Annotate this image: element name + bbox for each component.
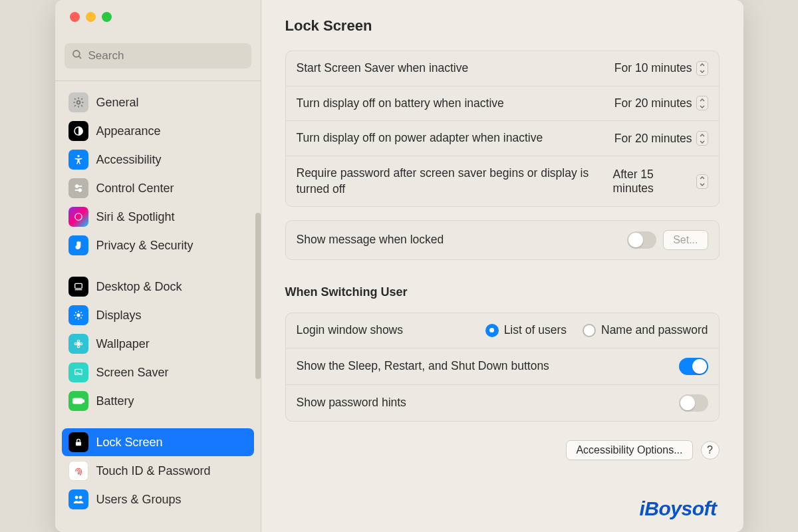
- screen-saver-timeout-popup[interactable]: For 10 minutes: [614, 61, 708, 76]
- lock-message-toggle[interactable]: [627, 231, 656, 249]
- setting-label: Turn display off on battery when inactiv…: [297, 96, 504, 112]
- minimize-window-button[interactable]: [86, 12, 96, 22]
- sidebar-item-touch-id-password[interactable]: Touch ID & Password: [62, 457, 254, 485]
- lock-message-card: Show message when locked Set...: [285, 220, 720, 260]
- setting-label: Show password hints: [297, 395, 406, 411]
- page-title: Lock Screen: [285, 17, 720, 35]
- accessibility-options-button[interactable]: Accessibility Options...: [566, 440, 692, 460]
- setting-row-sleep-buttons: Show the Sleep, Restart, and Shut Down b…: [286, 348, 719, 385]
- sidebar-item-screen-saver[interactable]: Screen Saver: [62, 358, 254, 386]
- radio-label: Name and password: [601, 323, 708, 337]
- sidebar-scrollbar[interactable]: [255, 213, 261, 379]
- gear-icon: [68, 92, 88, 112]
- help-icon: ?: [707, 444, 713, 456]
- svg-point-12: [76, 313, 80, 317]
- display-battery-timeout-popup[interactable]: For 20 minutes: [614, 96, 708, 110]
- chevron-up-down-icon: [696, 61, 708, 76]
- users-icon: [68, 489, 88, 509]
- sidebar-item-label: Appearance: [96, 124, 161, 138]
- svg-line-17: [75, 312, 76, 313]
- maximize-window-button[interactable]: [102, 12, 112, 22]
- popup-value: For 10 minutes: [614, 61, 692, 75]
- svg-point-8: [78, 189, 81, 192]
- svg-rect-27: [72, 398, 82, 404]
- sidebar-item-battery[interactable]: Battery: [62, 387, 254, 415]
- svg-point-23: [77, 345, 79, 347]
- sidebar-item-label: Displays: [96, 309, 142, 323]
- sidebar-item-label: Control Center: [96, 182, 174, 196]
- svg-line-20: [80, 312, 81, 313]
- popup-value: After 15 minutes: [613, 168, 693, 196]
- sidebar-item-label: Battery: [96, 394, 134, 408]
- svg-rect-10: [74, 283, 82, 288]
- settings-window: General Appearance Accessibility Control…: [55, 0, 743, 532]
- svg-point-0: [73, 51, 80, 57]
- radio-icon: [485, 324, 499, 337]
- sidebar-item-label: Users & Groups: [96, 493, 182, 507]
- svg-line-1: [78, 56, 81, 59]
- battery-icon: [68, 391, 88, 411]
- radio-icon: [583, 324, 596, 337]
- display-adapter-timeout-popup[interactable]: For 20 minutes: [614, 131, 708, 146]
- accessibility-icon: [68, 150, 88, 170]
- sidebar-item-general[interactable]: General: [62, 88, 254, 116]
- sidebar-item-label: Desktop & Dock: [96, 280, 182, 294]
- help-button[interactable]: ?: [701, 441, 720, 460]
- sleep-buttons-toggle[interactable]: [679, 358, 708, 375]
- radio-option-name-password[interactable]: Name and password: [583, 323, 708, 337]
- require-password-timeout-popup[interactable]: After 15 minutes: [613, 168, 708, 196]
- svg-line-19: [75, 317, 76, 318]
- sidebar-item-users-groups[interactable]: Users & Groups: [62, 485, 254, 513]
- setting-row-login-window: Login window shows List of users Name an…: [286, 313, 719, 348]
- svg-point-2: [76, 101, 80, 104]
- popup-value: For 20 minutes: [614, 132, 692, 146]
- sidebar-item-lock-screen[interactable]: Lock Screen: [62, 428, 254, 456]
- search-input[interactable]: [88, 49, 245, 63]
- password-hints-toggle[interactable]: [679, 394, 708, 412]
- screensaver-icon: [68, 362, 88, 382]
- svg-point-24: [74, 342, 76, 344]
- search-field[interactable]: [65, 43, 251, 68]
- sidebar-item-appearance[interactable]: Appearance: [62, 117, 254, 145]
- login-window-radio-group: List of users Name and password: [485, 323, 708, 337]
- search-icon: [71, 49, 83, 63]
- setting-label: Show message when locked: [297, 232, 444, 248]
- close-window-button[interactable]: [70, 12, 80, 22]
- radio-option-list-of-users[interactable]: List of users: [485, 323, 567, 337]
- sidebar-item-label: Privacy & Security: [96, 239, 194, 253]
- setting-row-screen-saver: Start Screen Saver when inactive For 10 …: [286, 51, 719, 86]
- sidebar-item-wallpaper[interactable]: Wallpaper: [62, 330, 254, 358]
- lock-screen-settings-card: Start Screen Saver when inactive For 10 …: [285, 51, 720, 207]
- sidebar-item-label: General: [96, 96, 139, 110]
- setting-label: Start Screen Saver when inactive: [297, 61, 469, 76]
- svg-rect-29: [75, 442, 80, 446]
- sidebar-item-desktop-dock[interactable]: Desktop & Dock: [62, 273, 254, 301]
- fingerprint-icon: [68, 461, 88, 481]
- setting-row-require-password: Require password after screen saver begi…: [286, 156, 719, 206]
- setting-label: Login window shows: [297, 323, 404, 338]
- sidebar-item-accessibility[interactable]: Accessibility: [62, 146, 254, 174]
- sidebar-item-privacy-security[interactable]: Privacy & Security: [62, 231, 254, 259]
- sidebar-item-control-center[interactable]: Control Center: [62, 174, 254, 202]
- switching-user-card: Login window shows List of users Name an…: [285, 313, 720, 422]
- sidebar-item-siri-spotlight[interactable]: Siri & Spotlight: [62, 203, 254, 231]
- svg-line-18: [80, 317, 81, 318]
- svg-rect-28: [82, 400, 84, 402]
- section-title-switching-user: When Switching User: [285, 285, 720, 299]
- svg-point-30: [74, 496, 78, 499]
- set-lock-message-button[interactable]: Set...: [663, 230, 708, 250]
- popup-value: For 20 minutes: [614, 96, 692, 110]
- svg-point-31: [78, 496, 82, 499]
- traffic-lights: [55, 0, 261, 22]
- setting-label: Require password after screen saver begi…: [297, 166, 602, 197]
- setting-label: Turn display off on power adapter when i…: [297, 130, 543, 146]
- setting-row-display-battery: Turn display off on battery when inactiv…: [286, 86, 719, 122]
- svg-point-4: [77, 155, 79, 157]
- hand-icon: [68, 235, 88, 255]
- sidebar-item-displays[interactable]: Displays: [62, 301, 254, 329]
- sidebar-item-label: Siri & Spotlight: [96, 210, 175, 224]
- dock-icon: [68, 277, 88, 297]
- sidebar-list: General Appearance Accessibility Control…: [55, 85, 261, 532]
- radio-label: List of users: [504, 323, 567, 337]
- siri-icon: [68, 207, 88, 227]
